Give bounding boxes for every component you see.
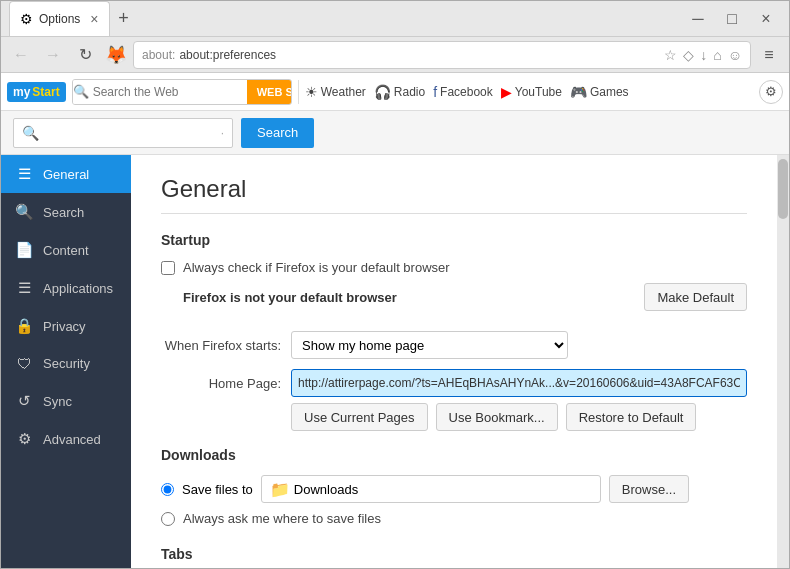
radio-icon: 🎧 — [374, 84, 391, 100]
firefox-logo: 🦊 — [105, 44, 127, 66]
games-icon: 🎮 — [570, 84, 587, 100]
search-field-input[interactable] — [45, 125, 215, 140]
always-ask-radio[interactable] — [161, 512, 175, 526]
browser-window: ⚙ Options × + ─ □ × ← → ↻ 🦊 about: about… — [0, 0, 790, 569]
home-page-label: Home Page: — [161, 376, 281, 391]
sidebar-general-label: General — [43, 167, 89, 182]
home-page-row: Home Page: — [161, 369, 747, 397]
always-ask-label: Always ask me where to save files — [183, 511, 381, 526]
home-icon[interactable]: ⌂ — [713, 47, 721, 63]
address-bar[interactable]: about: about:preferences ☆ ◇ ↓ ⌂ ☺ — [133, 41, 751, 69]
sidebar-item-security[interactable]: 🛡 Security — [1, 345, 131, 382]
startup-section-title: Startup — [161, 232, 747, 248]
scrollbar-thumb[interactable] — [778, 159, 788, 219]
toolbar-weather-link[interactable]: ☀ Weather — [305, 84, 366, 100]
main-area: ☰ General 🔍 Search 📄 Content ☰ Applicati… — [1, 155, 789, 568]
tab-close-button[interactable]: × — [90, 11, 98, 27]
toolbar-search-box[interactable]: 🔍 WEB SEARCH — [72, 79, 292, 105]
not-default-row: Firefox is not your default browser Make… — [183, 283, 747, 311]
tabs-section-title: Tabs — [161, 546, 747, 562]
address-icon: about: — [142, 48, 175, 62]
bookmark-star-icon[interactable]: ☆ — [664, 47, 677, 63]
facebook-label: Facebook — [440, 85, 493, 99]
sync-icon: ↺ — [15, 392, 33, 410]
mystart-start: Start — [32, 85, 59, 99]
download-path-field: 📁 Downloads — [261, 475, 601, 503]
sidebar-item-content[interactable]: 📄 Content — [1, 231, 131, 269]
sidebar-item-sync[interactable]: ↺ Sync — [1, 382, 131, 420]
content-icon: 📄 — [15, 241, 33, 259]
refresh-button[interactable]: ↻ — [71, 41, 99, 69]
toolbar-radio-link[interactable]: 🎧 Radio — [374, 84, 425, 100]
page-title: General — [161, 175, 747, 203]
minimize-button[interactable]: ─ — [683, 8, 713, 30]
sidebar-item-applications[interactable]: ☰ Applications — [1, 269, 131, 307]
default-browser-label: Always check if Firefox is your default … — [183, 260, 450, 275]
sidebar-applications-label: Applications — [43, 281, 113, 296]
toolbar-settings-button[interactable]: ⚙ — [759, 80, 783, 104]
default-browser-checkbox[interactable] — [161, 261, 175, 275]
web-search-button[interactable]: WEB SEARCH — [247, 79, 292, 105]
make-default-button[interactable]: Make Default — [644, 283, 747, 311]
active-tab[interactable]: ⚙ Options × — [9, 1, 110, 36]
downloads-section: Downloads Save files to 📁 Downloads Brow… — [161, 447, 747, 526]
sidebar-item-general[interactable]: ☰ General — [1, 155, 131, 193]
toolbar: myStart 🔍 WEB SEARCH ☀ Weather 🎧 Radio f… — [1, 73, 789, 111]
tab-title: Options — [39, 12, 80, 26]
maximize-button[interactable]: □ — [717, 8, 747, 30]
save-files-radio[interactable] — [161, 483, 174, 496]
sidebar-content-label: Content — [43, 243, 89, 258]
back-button[interactable]: ← — [7, 41, 35, 69]
not-default-label: Firefox is not your default browser — [183, 290, 397, 305]
privacy-icon: 🔒 — [15, 317, 33, 335]
close-button[interactable]: × — [751, 8, 781, 30]
toolbar-facebook-link[interactable]: f Facebook — [433, 84, 493, 100]
home-page-buttons: Use Current Pages Use Bookmark... Restor… — [291, 403, 747, 431]
nav-bar: ← → ↻ 🦊 about: about:preferences ☆ ◇ ↓ ⌂… — [1, 37, 789, 73]
toolbar-search-icon: 🔍 — [73, 80, 89, 104]
toolbar-divider — [298, 80, 299, 104]
download-icon[interactable]: ↓ — [700, 47, 707, 63]
radio-label: Radio — [394, 85, 425, 99]
content-area: General Startup Always check if Firefox … — [131, 155, 777, 568]
use-bookmark-button[interactable]: Use Bookmark... — [436, 403, 558, 431]
sidebar-item-advanced[interactable]: ⚙ Advanced — [1, 420, 131, 458]
nav-right-icons: ≡ — [755, 41, 783, 69]
use-current-pages-button[interactable]: Use Current Pages — [291, 403, 428, 431]
applications-icon: ☰ — [15, 279, 33, 297]
weather-icon: ☀ — [305, 84, 318, 100]
search-bar-row: 🔍 · Search — [1, 111, 789, 155]
toolbar-games-link[interactable]: 🎮 Games — [570, 84, 629, 100]
when-starts-row: When Firefox starts: Show my home page S… — [161, 331, 747, 359]
search-icon: 🔍 — [15, 203, 33, 221]
title-divider — [161, 213, 747, 214]
address-text: about:preferences — [179, 48, 660, 62]
save-files-row: Save files to 📁 Downloads Browse... — [161, 475, 747, 503]
title-bar: ⚙ Options × + ─ □ × — [1, 1, 789, 37]
sidebar-item-privacy[interactable]: 🔒 Privacy — [1, 307, 131, 345]
when-starts-select[interactable]: Show my home page Show a blank page Show… — [291, 331, 568, 359]
forward-button[interactable]: → — [39, 41, 67, 69]
weather-label: Weather — [321, 85, 366, 99]
download-folder-name: Downloads — [294, 482, 358, 497]
when-starts-label: When Firefox starts: — [161, 338, 281, 353]
toolbar-search-input[interactable] — [89, 80, 247, 104]
startup-section: Startup Always check if Firefox is your … — [161, 232, 747, 311]
downloads-section-title: Downloads — [161, 447, 747, 463]
new-tab-button[interactable]: + — [110, 8, 138, 29]
search-field[interactable]: 🔍 · — [13, 118, 233, 148]
sidebar-item-search[interactable]: 🔍 Search — [1, 193, 131, 231]
search-submit-button[interactable]: Search — [241, 118, 314, 148]
toolbar-youtube-link[interactable]: ▶ YouTube — [501, 84, 562, 100]
games-label: Games — [590, 85, 629, 99]
restore-default-button[interactable]: Restore to Default — [566, 403, 697, 431]
always-ask-row: Always ask me where to save files — [161, 511, 747, 526]
browse-button[interactable]: Browse... — [609, 475, 689, 503]
pocket-icon[interactable]: ◇ — [683, 47, 694, 63]
account-icon[interactable]: ☺ — [728, 47, 742, 63]
scrollbar[interactable] — [777, 155, 789, 568]
menu-button[interactable]: ≡ — [755, 41, 783, 69]
sidebar-sync-label: Sync — [43, 394, 72, 409]
mystart-logo: myStart — [7, 82, 66, 102]
home-page-input[interactable] — [291, 369, 747, 397]
